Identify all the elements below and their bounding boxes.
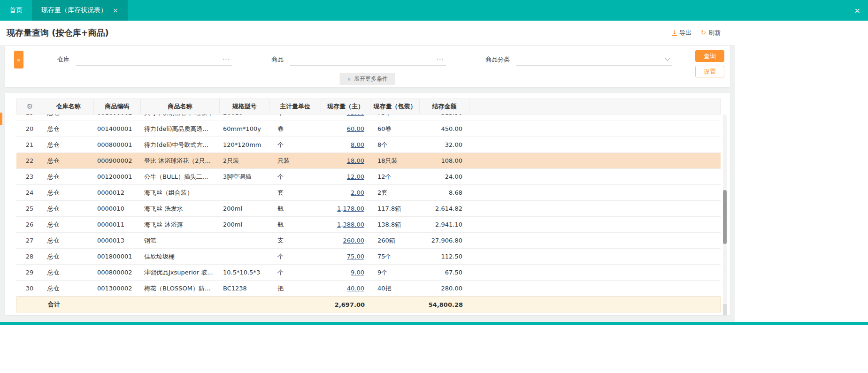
table-row[interactable]: 22 总仓 000900002 登比 沐浴球浴花（2只... 2只装 只装 18…	[16, 153, 721, 169]
cell-qty-main[interactable]: 60.00	[347, 125, 364, 132]
product-label: 商品	[271, 55, 284, 64]
refresh-icon: ↻	[701, 30, 706, 36]
cell-spec: 10.5*10.5*3	[219, 269, 269, 276]
cell-unit: 套	[269, 189, 321, 197]
table-row[interactable]: 20 总仓 001400001 得力(deli)高品质高透... 60mm*10…	[16, 121, 721, 137]
cell-name: 海飞丝-沐浴露	[140, 221, 219, 229]
refresh-button[interactable]: ↻ 刷新	[701, 29, 721, 37]
double-chevron-down-icon: »	[346, 77, 351, 81]
cell-qty-pack: 75个	[370, 114, 419, 117]
filter-buttons: 查询 设置	[695, 50, 724, 77]
cell-qty-main[interactable]: 9.00	[351, 269, 364, 276]
table-row[interactable]: 24 总仓 0000012 海飞丝（组合装） 套 2.00 2套 8.68	[16, 185, 721, 201]
tab-bar: 首页 现存量（库存状况表） × ×	[0, 0, 868, 21]
cell-name: 大号不锈钢留香车 垃圾车	[140, 114, 219, 117]
cell-unit: 个	[269, 141, 321, 149]
cell-qty-main[interactable]: 2.00	[351, 189, 364, 196]
cell-unit: 瓶	[269, 221, 321, 229]
total-row: 合计 2,697.00 54,800.28	[16, 297, 721, 312]
cell-qty-pack: 2套	[370, 189, 419, 197]
table-row[interactable]: 27 总仓 0000013 钢笔 支 260.00 260箱 27,906.80	[16, 233, 721, 249]
tab-home-label: 首页	[9, 6, 23, 15]
cell-amount: 67.50	[419, 269, 469, 276]
cell-index: 26	[16, 221, 43, 228]
category-select[interactable]	[516, 53, 672, 66]
total-label: 合计	[43, 300, 94, 309]
cell-index: 20	[16, 125, 43, 132]
cell-qty-main[interactable]: 75.00	[347, 114, 364, 116]
expand-more-label: 展开更多条件	[354, 75, 388, 83]
cell-unit: 卷	[269, 125, 321, 133]
cell-qty-pack: 117.8箱	[370, 205, 419, 213]
cell-qty-main[interactable]: 18.00	[347, 157, 364, 164]
cell-name: 公牛（BULL）插头二...	[140, 173, 219, 181]
cell-spec: 200ml	[219, 205, 269, 212]
export-button[interactable]: ↓ 导出	[672, 29, 691, 37]
export-icon: ↓	[672, 30, 677, 36]
table-row[interactable]: 21 总仓 000800001 得力(deli)中号欧式方... 120*120…	[16, 137, 721, 153]
window-close-icon[interactable]: ×	[854, 0, 860, 21]
cell-qty-main[interactable]: 40.00	[347, 285, 364, 292]
cell-qty-pack: 8个	[370, 141, 419, 149]
expand-more-button[interactable]: » 展开更多条件	[339, 73, 395, 85]
table-row[interactable]: 28 总仓 001800001 佳欣垃圾桶 个 75.00 75个 112.50	[16, 249, 721, 265]
collapse-panel-icon[interactable]: »	[14, 51, 23, 69]
table-row[interactable]: 23 总仓 001200001 公牛（BULL）插头二... 3脚空调插 个 1…	[16, 169, 721, 185]
cell-code: 0000011	[93, 221, 140, 228]
cell-qty-pack: 138.8箱	[370, 221, 419, 229]
cell-qty-main[interactable]: 1,178.00	[337, 205, 364, 212]
cell-warehouse: 总仓	[43, 268, 93, 277]
cell-code: 000900002	[93, 157, 140, 164]
query-button[interactable]: 查询	[695, 50, 724, 62]
tab-home[interactable]: 首页	[0, 0, 32, 21]
warehouse-input[interactable]: ···	[76, 53, 232, 66]
cell-name: 海飞丝-洗发水	[140, 205, 219, 213]
cell-unit: 个	[269, 173, 321, 181]
scrollbar-corner	[723, 304, 727, 315]
vertical-scrollbar-track[interactable]	[723, 114, 727, 304]
product-picker-icon[interactable]: ···	[437, 55, 446, 64]
cell-qty-pack: 12个	[370, 173, 419, 181]
cell-unit: 瓶	[269, 205, 321, 213]
product-input[interactable]: ···	[290, 53, 446, 66]
table-row[interactable]: 26 总仓 0000011 海飞丝-沐浴露 200ml 瓶 1,388.00 1…	[16, 217, 721, 233]
content-area: » 仓库 ··· 商品 ··· 商品分类	[0, 45, 735, 322]
cell-index: 30	[16, 285, 43, 292]
filter-fields: 仓库 ··· 商品 ··· 商品分类	[5, 46, 730, 66]
cell-code: 000800002	[93, 269, 140, 276]
column-settings-button[interactable]: ⚙	[17, 99, 43, 114]
cell-qty-main[interactable]: 1,388.00	[337, 221, 364, 228]
cell-code: 001400001	[93, 125, 140, 132]
col-header-filler	[469, 99, 720, 114]
cell-qty-pack: 260箱	[370, 236, 419, 245]
cell-index: 28	[16, 253, 43, 260]
table-row[interactable]: 25 总仓 0000010 海飞丝-洗发水 200ml 瓶 1,178.00 1…	[16, 201, 721, 217]
cell-qty-main[interactable]: 260.00	[343, 237, 365, 244]
cell-index: 22	[16, 157, 43, 164]
table-row[interactable]: 19 总仓 001600002 大号不锈钢留香车 垃圾车 B0010 个 75.…	[16, 114, 721, 121]
warehouse-picker-icon[interactable]: ···	[223, 55, 232, 64]
cell-amount: 2,941.10	[419, 221, 469, 228]
vertical-scrollbar-thumb[interactable]	[723, 190, 727, 244]
cell-index: 29	[16, 269, 43, 276]
cell-name: 得力(deli)高品质高透...	[140, 125, 219, 133]
cell-amount: 313.90	[419, 114, 469, 116]
cell-name: 津熙优品Jxsuperior 玻...	[140, 268, 219, 277]
table-row[interactable]: 30 总仓 001300002 梅花（BLOSSOM）防... BC1238 把…	[16, 281, 721, 297]
cell-qty-main[interactable]: 12.00	[347, 173, 364, 180]
cell-name: 海飞丝（组合装）	[140, 189, 219, 197]
settings-button[interactable]: 设置	[695, 66, 724, 77]
tab-active-inventory[interactable]: 现存量（库存状况表） ×	[32, 0, 128, 21]
cell-qty-main[interactable]: 8.00	[351, 141, 364, 148]
cell-warehouse: 总仓	[43, 252, 93, 261]
tab-close-icon[interactable]: ×	[113, 7, 118, 14]
cell-spec: B0010	[219, 114, 269, 116]
cell-warehouse: 总仓	[43, 141, 93, 149]
cell-index: 23	[16, 173, 43, 180]
cell-unit: 个	[269, 114, 321, 117]
table-row[interactable]: 29 总仓 000800002 津熙优品Jxsuperior 玻... 10.5…	[16, 265, 721, 281]
cell-qty-main[interactable]: 75.00	[347, 253, 364, 260]
cell-qty-pack: 18只装	[370, 157, 419, 165]
cell-amount: 32.00	[419, 141, 469, 148]
cell-unit: 个	[269, 252, 321, 261]
